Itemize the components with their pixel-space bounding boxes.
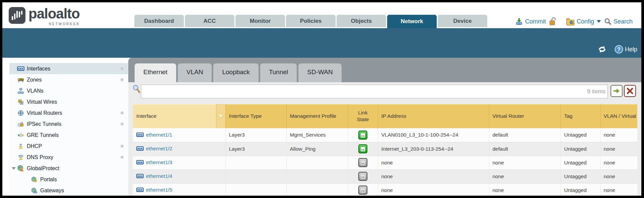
search-button[interactable]: Search (604, 18, 633, 25)
cell-ip-address: none (378, 156, 489, 169)
sidebar-item-portals[interactable]: Portals (9, 174, 128, 185)
network-sidebar: Interfaces Zones (9, 58, 128, 196)
sidebar-item-label: DHCP (27, 143, 42, 149)
column-header-vlan-virtual-wire[interactable]: VLAN / Virtual Wire (600, 104, 637, 128)
cell-vlan: none (600, 169, 637, 183)
filter-search-icon (132, 84, 140, 94)
tab-policies[interactable]: Policies (286, 15, 336, 27)
clear-filter-button[interactable] (624, 85, 636, 97)
sidebar-item-gre-tunnels[interactable]: GRE Tunnels (9, 130, 128, 141)
tab-objects[interactable]: Objects (337, 15, 386, 27)
help-icon: ? (615, 45, 623, 54)
table-row: ethernet1/4 none none Untagged none (133, 169, 637, 183)
sidebar-item-ipsec-tunnels[interactable]: IPSec Tunnels (9, 118, 128, 130)
sidebar-item-globalprotect[interactable]: GlobalProtect (9, 163, 128, 174)
tab-sdwan[interactable]: SD-WAN (298, 63, 341, 82)
gre-tunnels-icon (17, 132, 24, 138)
sidebar-item-zones[interactable]: Zones (9, 74, 128, 85)
table-header-row: Interface Interface Type Management Prof… (133, 104, 637, 128)
brand-name: paloalto (28, 6, 80, 22)
header-actions: Commit Config (515, 16, 633, 27)
sidebar-item-virtual-wires[interactable]: Virtual Wires (9, 96, 128, 107)
tab-vlan[interactable]: VLAN (178, 63, 212, 82)
paloalto-logo: paloalto NETWORKS® (8, 6, 80, 26)
sidebar-item-label: IPSec Tunnels (27, 121, 61, 127)
sidebar-item-virtual-routers[interactable]: Virtual Routers (9, 107, 128, 118)
search-icon (604, 18, 612, 25)
svg-text:?: ? (617, 47, 621, 52)
cell-interface-type: Layer3 (225, 142, 286, 156)
tab-network[interactable]: Network (387, 15, 437, 28)
content-panel: Ethernet VLAN Loopback Tunnel SD-WAN 9 i… (128, 58, 641, 196)
cell-mgmt-profile (286, 169, 348, 183)
tab-loopback[interactable]: Loopback (213, 63, 258, 82)
cell-ip-address: none (378, 183, 489, 196)
commit-button[interactable]: Commit (515, 17, 546, 26)
column-header-tag[interactable]: Tag (561, 104, 600, 128)
column-header-virtual-router[interactable]: Virtual Router (489, 104, 561, 128)
cell-interface-type (225, 183, 286, 196)
filter-input[interactable] (141, 85, 608, 98)
column-sort-dropdown[interactable] (216, 104, 225, 128)
sidebar-item-label: Gateways (40, 188, 64, 194)
search-label: Search (614, 18, 633, 25)
status-dot (121, 156, 124, 159)
sidebar-item-dhcp[interactable]: IP DHCP (9, 141, 128, 152)
paloalto-logo-icon (8, 7, 26, 24)
table-row: ethernet1/1 Layer3 Mgmt_Services VLAN010… (133, 128, 637, 142)
interfaces-table: Interface Interface Type Management Prof… (133, 104, 637, 196)
sidebar-item-gateways[interactable]: Gateways (9, 185, 128, 196)
svg-text:IP: IP (20, 144, 22, 146)
interface-link[interactable]: ethernet1/1 (136, 132, 172, 138)
green-arrow-icon (613, 88, 620, 94)
tab-ethernet[interactable]: Ethernet (135, 63, 176, 82)
config-icon (566, 17, 575, 26)
column-header-ip-address[interactable]: IP Address (378, 104, 489, 128)
lock-icon[interactable] (549, 17, 557, 26)
sidebar-item-vlans[interactable]: VLANs (9, 85, 128, 96)
cell-vlan: none (600, 142, 637, 156)
zones-icon (17, 77, 24, 83)
tab-device[interactable]: Device (438, 15, 487, 27)
top-header: paloalto NETWORKS® Dashboard ACC Monitor… (2, 2, 641, 28)
status-dot (121, 122, 124, 126)
tab-acc[interactable]: ACC (185, 15, 234, 27)
interface-icon (136, 174, 144, 178)
tab-dashboard[interactable]: Dashboard (134, 15, 184, 27)
sidebar-item-interfaces[interactable]: Interfaces (9, 63, 128, 74)
interface-link[interactable]: ethernet1/2 (136, 146, 172, 152)
link-state-icon (358, 131, 367, 140)
table-row: ethernet1/5 none none Untagged none (133, 183, 637, 196)
close-icon (627, 88, 633, 94)
tab-monitor[interactable]: Monitor (235, 15, 285, 27)
interface-type-tabs: Ethernet VLAN Loopback Tunnel SD-WAN (135, 63, 342, 82)
status-dot (121, 67, 124, 70)
interface-link[interactable]: ethernet1/3 (136, 159, 172, 165)
app-window: paloalto NETWORKS® Dashboard ACC Monitor… (2, 2, 641, 196)
sidebar-item-label: Virtual Wires (27, 99, 57, 105)
cell-ip-address: Internet_L3_203-0-113-254--24 (378, 142, 489, 156)
column-header-link-state[interactable]: Link State (348, 104, 378, 128)
sidebar-item-dns-proxy[interactable]: DNS DNS Proxy (9, 152, 128, 163)
column-header-interface[interactable]: Interface (133, 104, 225, 128)
apply-filter-button[interactable] (611, 85, 623, 97)
cell-virtual-router: none (489, 183, 561, 196)
interface-link[interactable]: ethernet1/4 (136, 173, 172, 179)
collapse-triangle-icon[interactable] (12, 167, 16, 170)
refresh-icon[interactable] (598, 45, 606, 53)
cell-vlan: none (600, 183, 637, 196)
column-header-management-profile[interactable]: Management Profile (286, 104, 348, 128)
help-button[interactable]: ? Help (615, 45, 637, 54)
gateways-icon (31, 188, 38, 194)
ipsec-tunnels-icon (17, 121, 24, 127)
link-state-icon (358, 158, 367, 167)
dns-proxy-icon: DNS (17, 154, 24, 160)
vlans-icon (17, 88, 24, 94)
config-menu[interactable]: Config (566, 17, 601, 26)
cell-tag: Untagged (561, 142, 600, 156)
column-header-interface-type[interactable]: Interface Type (225, 104, 286, 128)
main-nav-tabs: Dashboard ACC Monitor Policies Objects N… (134, 15, 487, 28)
interface-link[interactable]: ethernet1/5 (136, 187, 172, 193)
tab-tunnel[interactable]: Tunnel (260, 63, 297, 82)
sort-triangle-icon (218, 115, 223, 118)
